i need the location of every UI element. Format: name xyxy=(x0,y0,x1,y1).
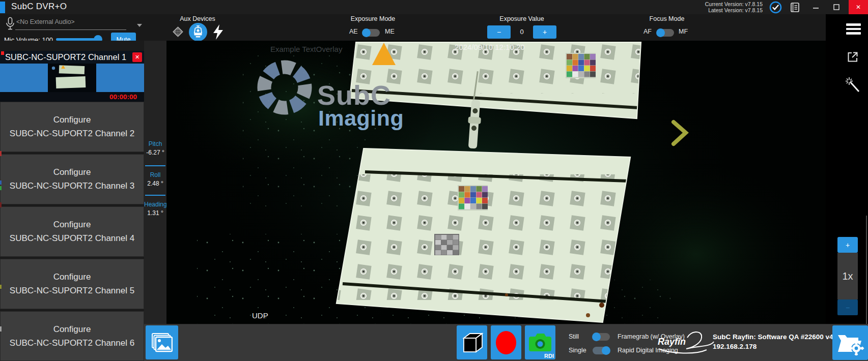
configure-label: Configure xyxy=(53,220,91,230)
record-icon xyxy=(493,329,519,356)
edge-artifact xyxy=(0,285,2,289)
configure-label: Configure xyxy=(53,115,91,125)
channel-name: SUBC-NC-SUPORT2 Channel 5 xyxy=(10,286,134,296)
focus-mode-toggle[interactable] xyxy=(657,29,674,37)
exposure-mode-me-label: ME xyxy=(385,28,395,35)
device-info: SubC Rayfin: Software QA #22600 v4.... xyxy=(713,333,834,341)
heading-value: 1.31 ° xyxy=(144,209,166,217)
record-button[interactable] xyxy=(491,325,521,359)
manual-book-icon[interactable] xyxy=(790,2,800,15)
channel-name: SUBC-NC-SUPORT2 Channel 6 xyxy=(10,338,134,348)
digital-zoom-out-button[interactable]: − xyxy=(837,299,858,315)
exposure-mode-label: Exposure Mode xyxy=(336,15,410,22)
3d-model-button[interactable] xyxy=(457,325,487,359)
pitch-label: Pitch xyxy=(144,140,166,147)
record-timer: 00:00:00 xyxy=(109,93,137,101)
configure-channel-2-button[interactable]: Configure SUBC-NC-SUPORT2 Channel 2 xyxy=(0,102,144,152)
exposure-mode-ae-label: AE xyxy=(349,28,358,35)
strobe-lightning-icon[interactable] xyxy=(212,24,225,42)
configure-label: Configure xyxy=(53,167,91,177)
channel-name: SUBC-NC-SUPORT2 Channel 3 xyxy=(10,181,134,191)
edge-artifact xyxy=(0,202,2,207)
configure-label: Configure xyxy=(53,272,91,282)
protocol-label: UDP xyxy=(252,311,268,320)
channel1-preview[interactable] xyxy=(0,64,144,92)
toggle-knob xyxy=(592,333,601,341)
channel1-header[interactable]: SUBC-NC-SUPORT2 Channel 1 xyxy=(0,51,144,64)
cube-icon xyxy=(459,330,485,355)
exposure-mode-toggle[interactable] xyxy=(362,29,380,37)
audio-source-select[interactable]: <No External Audio> xyxy=(16,18,75,25)
magic-wand-icon[interactable] xyxy=(846,77,861,96)
lamp-button[interactable] xyxy=(189,23,207,41)
latest-version: Latest Version: v7.8.15 xyxy=(705,7,763,13)
channel-name: SUBC-NC-SUPORT2 Channel 2 xyxy=(10,129,134,139)
edge-artifact xyxy=(0,186,2,190)
channel1-title: SUBC-NC-SUPORT2 Channel 1 xyxy=(5,52,126,62)
camera-icon xyxy=(527,331,553,354)
channel1-close-button[interactable]: ✕ xyxy=(132,52,142,62)
audio-dropdown-caret-icon[interactable] xyxy=(137,20,143,29)
configure-channel-5-button[interactable]: Configure SUBC-NC-SUPORT2 Channel 5 xyxy=(0,259,144,309)
single-mode-toggle[interactable] xyxy=(593,347,610,354)
exposure-decrease-button[interactable]: − xyxy=(487,25,511,39)
focus-mode-mf-label: MF xyxy=(679,28,688,35)
preview-letterbox-right xyxy=(96,64,144,92)
lantern-icon xyxy=(189,23,207,41)
pop-out-icon[interactable] xyxy=(847,51,859,65)
pitch-value: -6.27 ° xyxy=(144,149,166,156)
configure-channel-3-button[interactable]: Configure SUBC-NC-SUPORT2 Channel 3 xyxy=(0,154,144,204)
minimize-button[interactable] xyxy=(808,0,824,14)
configure-channel-6-button[interactable]: Configure SUBC-NC-SUPORT2 Channel 6 xyxy=(0,311,144,361)
focus-mode-label: Focus Mode xyxy=(631,15,703,22)
version-info: Current Version: v7.8.15 Latest Version:… xyxy=(705,1,763,13)
close-button[interactable]: ✕ xyxy=(849,0,868,14)
maximize-button[interactable] xyxy=(829,0,844,14)
edge-artifact xyxy=(0,326,2,332)
title-bar: SubC DVR+O Current Version: v7.8.15 Late… xyxy=(0,0,868,14)
sensor-divider xyxy=(145,165,165,166)
exposure-value: 0 xyxy=(511,28,533,36)
update-check-icon[interactable] xyxy=(769,1,782,16)
aux-devices-label: Aux Devices xyxy=(175,15,220,22)
video-text-overlay: Example TextOverlay xyxy=(270,45,342,53)
folder-gear-icon xyxy=(836,330,864,355)
edge-artifact xyxy=(0,151,2,156)
warning-triangle-icon xyxy=(372,43,396,65)
device-ip: 192.168.2.178 xyxy=(713,343,757,350)
media-gallery-button[interactable] xyxy=(146,325,178,359)
exposure-increase-button[interactable]: + xyxy=(533,25,556,39)
laser-diamond-icon[interactable] xyxy=(171,25,185,41)
toggle-knob xyxy=(656,28,665,37)
video-viewport: Example TextOverlay 2024/09/10 12:10:20 … xyxy=(166,41,826,324)
roll-label: Roll xyxy=(144,171,166,178)
snapshot-button[interactable]: RDI xyxy=(525,325,555,359)
preview-letterbox-left xyxy=(0,64,48,92)
sensor-divider xyxy=(145,195,165,196)
digital-zoom-level: 1x xyxy=(837,253,858,299)
underwater-scene xyxy=(166,41,826,324)
sensor-strip: Pitch -6.27 ° Roll 2.48 ° Heading 1.31 ° xyxy=(144,41,166,324)
configure-label: Configure xyxy=(53,324,91,335)
configure-channel-4-button[interactable]: Configure SUBC-NC-SUPORT2 Channel 4 xyxy=(0,206,144,257)
still-mode-toggle[interactable] xyxy=(593,333,610,341)
file-settings-button[interactable] xyxy=(832,325,868,360)
toggle-knob xyxy=(602,346,610,355)
app-window: SubC DVR+O Current Version: v7.8.15 Late… xyxy=(0,0,868,361)
current-version: Current Version: v7.8.15 xyxy=(705,1,763,7)
preview-video xyxy=(48,64,96,92)
digital-zoom-in-button[interactable]: + xyxy=(837,237,858,253)
single-label: Single xyxy=(569,347,586,354)
focus-mode-af-label: AF xyxy=(643,28,652,35)
channel-name: SUBC-NC-SUPORT2 Channel 4 xyxy=(10,233,134,244)
app-title: SubC DVR+O xyxy=(11,2,67,12)
toggle-knob xyxy=(362,28,371,37)
microphone-icon xyxy=(6,17,15,33)
watermark-imaging: Imaging xyxy=(318,106,404,131)
roll-value: 2.48 ° xyxy=(144,180,166,187)
scrollbar-track[interactable] xyxy=(866,216,867,324)
svg-text:Rayfin: Rayfin xyxy=(658,337,686,347)
menu-button[interactable] xyxy=(846,23,861,35)
title-accent xyxy=(0,2,5,13)
audio-source-underline xyxy=(15,29,126,30)
